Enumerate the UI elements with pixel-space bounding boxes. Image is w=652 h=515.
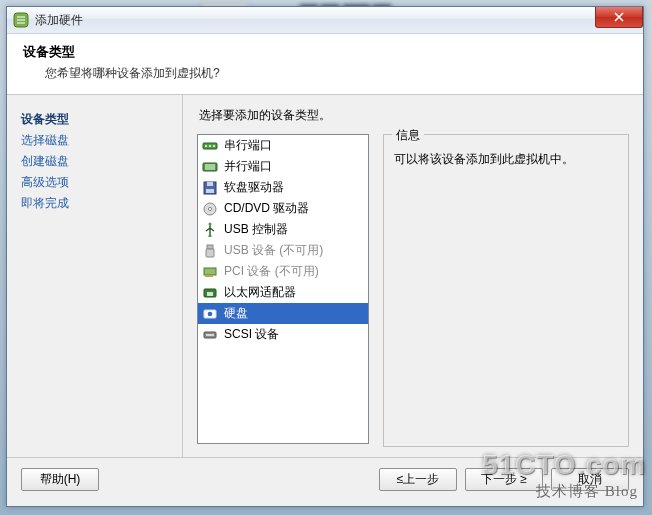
titlebar: 添加硬件	[7, 7, 643, 34]
pci-device-icon	[202, 264, 218, 280]
svg-rect-18	[207, 292, 213, 296]
svg-rect-8	[206, 189, 214, 193]
device-item-pci-device: PCI 设备 (不可用)	[198, 261, 368, 282]
info-groupbox: 信息 可以将该设备添加到此虚拟机中。	[383, 134, 629, 447]
svg-point-2	[205, 145, 207, 147]
svg-rect-7	[207, 182, 213, 186]
svg-rect-12	[209, 235, 212, 237]
instruction-text: 选择要添加的设备类型。	[199, 107, 629, 124]
wizard-step-4[interactable]: 即将完成	[21, 193, 182, 214]
usb-controller-icon	[202, 222, 218, 238]
svg-rect-16	[205, 275, 213, 277]
ethernet-adapter-icon	[202, 285, 218, 301]
hard-disk-icon	[202, 306, 218, 322]
next-button[interactable]: 下一步 ≥	[465, 468, 543, 491]
svg-point-11	[209, 222, 212, 225]
wizard-footer: 帮助(H) ≤上一步 下一步 ≥ 取消	[7, 457, 643, 500]
device-item-serial-port[interactable]: 串行端口	[198, 135, 368, 156]
parallel-port-icon	[202, 159, 218, 175]
device-item-label: 软盘驱动器	[224, 179, 284, 196]
help-button[interactable]: 帮助(H)	[21, 468, 99, 491]
device-item-label: CD/DVD 驱动器	[224, 200, 309, 217]
wizard-step-3[interactable]: 高级选项	[21, 172, 182, 193]
cancel-button[interactable]: 取消	[551, 468, 629, 491]
svg-point-20	[208, 311, 213, 316]
scsi-device-icon	[202, 327, 218, 343]
serial-port-icon	[202, 138, 218, 154]
svg-point-3	[209, 145, 211, 147]
device-item-label: PCI 设备 (不可用)	[224, 263, 319, 280]
device-item-usb-device: USB 设备 (不可用)	[198, 240, 368, 261]
svg-point-4	[213, 145, 215, 147]
svg-point-10	[208, 207, 211, 210]
device-item-cd-dvd-drive[interactable]: CD/DVD 驱动器	[198, 198, 368, 219]
cd-dvd-drive-icon	[202, 201, 218, 217]
device-item-label: 以太网适配器	[224, 284, 296, 301]
info-legend: 信息	[392, 127, 424, 144]
device-item-scsi-device[interactable]: SCSI 设备	[198, 324, 368, 345]
floppy-drive-icon	[202, 180, 218, 196]
device-item-label: USB 设备 (不可用)	[224, 242, 323, 259]
close-button[interactable]	[595, 7, 643, 28]
device-type-listbox[interactable]: 串行端口并行端口软盘驱动器CD/DVD 驱动器USB 控制器USB 设备 (不可…	[197, 134, 369, 444]
svg-rect-13	[207, 245, 213, 249]
svg-rect-15	[204, 268, 216, 275]
device-item-ethernet-adapter[interactable]: 以太网适配器	[198, 282, 368, 303]
device-item-label: 硬盘	[224, 305, 248, 322]
back-button[interactable]: ≤上一步	[379, 468, 457, 491]
device-item-hard-disk[interactable]: 硬盘	[198, 303, 368, 324]
app-icon	[13, 12, 29, 28]
device-item-floppy-drive[interactable]: 软盘驱动器	[198, 177, 368, 198]
header-title: 设备类型	[23, 44, 627, 61]
device-item-label: USB 控制器	[224, 221, 288, 238]
device-item-usb-controller[interactable]: USB 控制器	[198, 219, 368, 240]
wizard-steps-sidebar: 设备类型选择磁盘创建磁盘高级选项即将完成	[7, 95, 183, 457]
wizard-step-2[interactable]: 创建磁盘	[21, 151, 182, 172]
usb-device-icon	[202, 243, 218, 259]
window-title: 添加硬件	[35, 12, 83, 29]
wizard-header: 设备类型 您希望将哪种设备添加到虚拟机?	[7, 34, 643, 95]
info-text: 可以将该设备添加到此虚拟机中。	[394, 151, 618, 168]
wizard-step-0: 设备类型	[21, 109, 182, 130]
device-item-label: 并行端口	[224, 158, 272, 175]
wizard-step-1[interactable]: 选择磁盘	[21, 130, 182, 151]
device-item-label: SCSI 设备	[224, 326, 279, 343]
header-subtitle: 您希望将哪种设备添加到虚拟机?	[45, 65, 627, 82]
svg-rect-22	[206, 334, 214, 336]
svg-rect-14	[206, 249, 214, 257]
device-item-label: 串行端口	[224, 137, 272, 154]
device-item-parallel-port[interactable]: 并行端口	[198, 156, 368, 177]
add-hardware-dialog: 添加硬件 设备类型 您希望将哪种设备添加到虚拟机? 设备类型选择磁盘创建磁盘高级…	[6, 6, 644, 507]
